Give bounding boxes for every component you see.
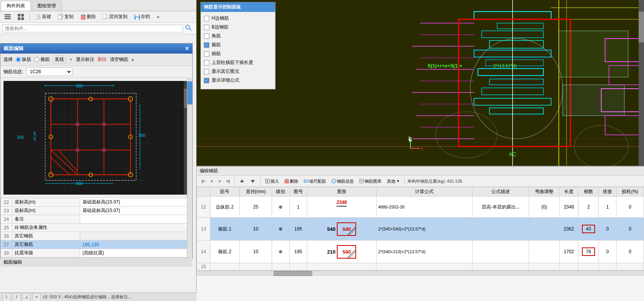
stirrup-radio[interactable]: 箍筋 <box>34 56 50 63</box>
rebar-hscroll-thumb[interactable] <box>274 271 312 276</box>
roots-cell[interactable]: 43 <box>578 218 599 240</box>
floor-copy-icon: ↕ <box>103 14 108 20</box>
lap <box>599 263 617 271</box>
rebar-table-row[interactable]: 15 <box>197 263 644 271</box>
nav-prev-button[interactable]: < <box>209 178 215 184</box>
rebar-table-row[interactable]: 12 边纵筋.2 25 ⊕ 1 2348 4880-2502-30 层高-本层的… <box>197 197 644 218</box>
rebar-hscrollbar[interactable] <box>197 271 644 276</box>
shape-num: 195 <box>289 218 307 240</box>
tab-drawing-manage[interactable]: 图纸管理 <box>32 1 62 11</box>
3d-vscrollbar[interactable] <box>639 0 644 166</box>
roots-cell[interactable]: 2 <box>578 197 599 218</box>
control-panel-title: 钢筋显示控制面板 <box>201 2 275 12</box>
insert-button[interactable]: 插入 <box>263 178 281 185</box>
svg-text:2C25: 2C25 <box>32 131 37 141</box>
svg-rect-6 <box>21 17 24 20</box>
draw-cross-tool[interactable]: + <box>32 293 41 301</box>
properties-table-container[interactable]: 22底标高(m)基础底标高(15.07)23庇标高(m)基础庇标高(15.07)… <box>0 198 192 257</box>
property-row: 28抗震等级(四级抗震) <box>1 249 192 257</box>
section-vscroll-thumb[interactable] <box>187 81 192 104</box>
rebar-lib-icon <box>359 179 364 183</box>
checkbox[interactable] <box>204 60 209 66</box>
length <box>559 263 578 271</box>
roots-cell[interactable] <box>578 263 599 271</box>
delete-button[interactable]: 删除 <box>78 13 98 21</box>
rebar-table-container[interactable]: 筋号 直径(mm) 级别 图号 图形 计算公式 公式描述 弯曲调整 长度 根数 … <box>197 187 644 271</box>
svg-rect-15 <box>82 14 84 15</box>
move-up-button[interactable] <box>237 178 247 185</box>
show-annotation-btn[interactable]: 显示标注 <box>76 56 94 63</box>
move-down-button[interactable] <box>248 178 257 185</box>
svg-text:↕: ↕ <box>106 16 107 20</box>
icon-list-view-button[interactable] <box>2 13 13 21</box>
sep3 <box>404 177 405 185</box>
checkbox-label: 箍筋 <box>212 42 221 48</box>
loss: 0 <box>616 240 644 263</box>
property-value[interactable] <box>80 232 192 240</box>
checkbox[interactable]: ✓ <box>204 42 209 48</box>
checkbox[interactable] <box>204 69 209 74</box>
more-options[interactable]: » <box>131 57 134 62</box>
rebar-table-row[interactable]: 14 箍筋.2 10 ⊕ 195 210 540 2*(540+210)+2*(… <box>197 240 644 263</box>
copy-icon <box>58 14 64 20</box>
loss: 0 <box>616 218 644 240</box>
clear-rebar-btn[interactable]: 清空钢筋 <box>110 56 128 63</box>
checkbox[interactable] <box>204 16 209 21</box>
editor-toolbar: |< < > >| 插入 删除 缩尺配筋 i 钢筋信息 钢筋图库 <box>197 176 644 187</box>
rebar-lib-button[interactable]: 钢筋图库 <box>357 178 383 185</box>
icon-grid-view-button[interactable] <box>15 13 26 21</box>
checkbox[interactable] <box>204 25 209 30</box>
line-mode[interactable]: 直线 <box>53 55 66 64</box>
scale-rebar-button[interactable]: 缩尺配筋 <box>302 178 328 185</box>
section-close-button[interactable]: ✕ <box>185 45 189 52</box>
delete-mode-btn[interactable]: 删除 <box>98 56 107 63</box>
checkbox-row: B边钢筋 <box>204 24 272 30</box>
select-mode[interactable]: 选择 <box>3 56 13 63</box>
new-button[interactable]: + 新建 <box>34 13 54 21</box>
floor-copy-button[interactable]: ↕ 层间复制 <box>101 13 130 21</box>
cross-section-canvas[interactable]: 300 300 300 300 <box>3 81 189 195</box>
nav-first-button[interactable]: |< <box>200 178 207 184</box>
svg-text:300: 300 <box>138 133 145 138</box>
rebar-info-select[interactable]: 1C28 <box>26 67 72 76</box>
3d-vscroll-thumb[interactable] <box>639 12 644 42</box>
rebar-table-row[interactable]: 13 箍筋.1 10 ⊕ 195 540 540 2*(540+540)+2*(… <box>197 218 644 240</box>
delete-rebar-button[interactable]: 删除 <box>282 178 300 185</box>
checkbox[interactable]: ✓ <box>204 78 209 83</box>
search-input[interactable] <box>2 25 183 32</box>
bend: (0) <box>529 197 560 218</box>
col-shapenum: 图号 <box>289 187 307 197</box>
tab-component-list[interactable]: 构件列表 <box>1 1 31 11</box>
draw-line-tool[interactable]: \ <box>2 293 11 301</box>
section-vscrollbar[interactable] <box>187 77 192 259</box>
nav-next-button[interactable]: > <box>217 178 223 184</box>
bar-name <box>210 263 240 271</box>
property-name: 其它钢筋 <box>12 232 80 240</box>
vertical-rebar-radio[interactable]: 纵筋 <box>16 56 31 63</box>
lap: 0 <box>599 218 617 240</box>
draw-perp-tool[interactable]: ⊥ <box>22 293 31 301</box>
roots-cell[interactable]: 78 <box>578 240 599 263</box>
svg-line-120 <box>348 227 355 235</box>
search-icon-button[interactable] <box>183 24 194 33</box>
checkbox-row: ✓箍筋 <box>204 42 272 48</box>
nav-last-button[interactable]: >| <box>224 178 232 184</box>
checkbox-row: 角筋 <box>204 33 272 39</box>
draw-diagonal-tool[interactable]: / <box>12 293 21 301</box>
roots-box[interactable]: 43 <box>582 225 595 233</box>
cross-section-svg: 300 300 300 300 <box>3 81 189 195</box>
svg-rect-12 <box>58 15 62 19</box>
rebar-info-button[interactable]: i 钢筋信息 <box>330 178 356 185</box>
copy-button[interactable]: 复制 <box>56 13 76 21</box>
checkbox[interactable] <box>204 51 209 57</box>
col-diameter: 直径(mm) <box>239 187 272 197</box>
other-button[interactable]: 其他 ▼ <box>385 178 402 185</box>
roots-box[interactable]: 78 <box>582 247 595 256</box>
save-button[interactable]: 存档 <box>132 13 152 21</box>
property-value[interactable]: 195,195 <box>80 240 192 249</box>
col-barnum: 筋号 <box>210 187 240 197</box>
checkbox[interactable] <box>204 34 209 39</box>
list-icon <box>5 14 11 20</box>
property-name: 其它箍筋 <box>12 240 80 249</box>
more-button[interactable]: » <box>155 13 162 20</box>
